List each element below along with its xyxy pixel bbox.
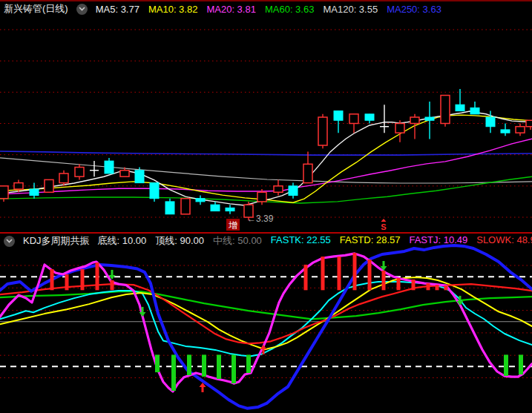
indicator-label-中线: 中线: 50.00 [213, 234, 262, 248]
panel-divider [0, 232, 532, 234]
indicator-label-MA20: MA20: 3.81 [206, 4, 256, 15]
top-border [0, 0, 532, 1]
indicator-label-MA5: MA5: 3.77 [96, 4, 139, 15]
indicator-label-MA250: MA250: 3.63 [387, 4, 441, 15]
indicator-panel-header: KDJ多周期共振 底线: 10.00顶线: 90.00中线: 50.00FAST… [4, 234, 532, 248]
chevron-down-circle-icon[interactable] [4, 236, 15, 247]
ma-indicator-labels: MA5: 3.77MA10: 3.82MA20: 3.81MA60: 3.63M… [96, 4, 441, 15]
indicator-label-MA60: MA60: 3.63 [265, 4, 315, 15]
stock-title: 新兴铸管(日线) [4, 2, 68, 16]
app-window: ←3.39增S 新兴铸管(日线) MA5: 3.77MA10: 3.82MA20… [0, 0, 532, 413]
event-badge-text: 增 [229, 220, 237, 231]
indicator-label-MA10: MA10: 3.82 [148, 4, 198, 15]
indicator-label-底线: 底线: 10.00 [98, 234, 147, 248]
indicator-label-SLOWK: SLOWK: 48.93 [476, 234, 532, 248]
chart-canvas[interactable]: ←3.39增S [0, 0, 532, 413]
signal-triangle-icon [381, 219, 387, 222]
kdj-param-labels: 底线: 10.00顶线: 90.00中线: 50.00FASTK: 22.55F… [98, 234, 532, 248]
signal-s-label: S [381, 222, 386, 231]
main-chart-header: 新兴铸管(日线) MA5: 3.77MA10: 3.82MA20: 3.81MA… [4, 2, 441, 16]
indicator-label-顶线: 顶线: 90.00 [155, 234, 204, 248]
indicator-label-MA120: MA120: 3.55 [323, 4, 378, 15]
chevron-down-circle-icon[interactable] [76, 4, 88, 15]
indicator-label-FASTJ: FASTJ: 10.49 [409, 234, 467, 248]
lowest-price-label: ←3.39 [247, 214, 274, 224]
indicator-title: KDJ多周期共振 [23, 234, 90, 248]
indicator-label-FASTK: FASTK: 22.55 [271, 234, 331, 248]
indicator-label-FASTD: FASTD: 28.57 [340, 234, 401, 248]
